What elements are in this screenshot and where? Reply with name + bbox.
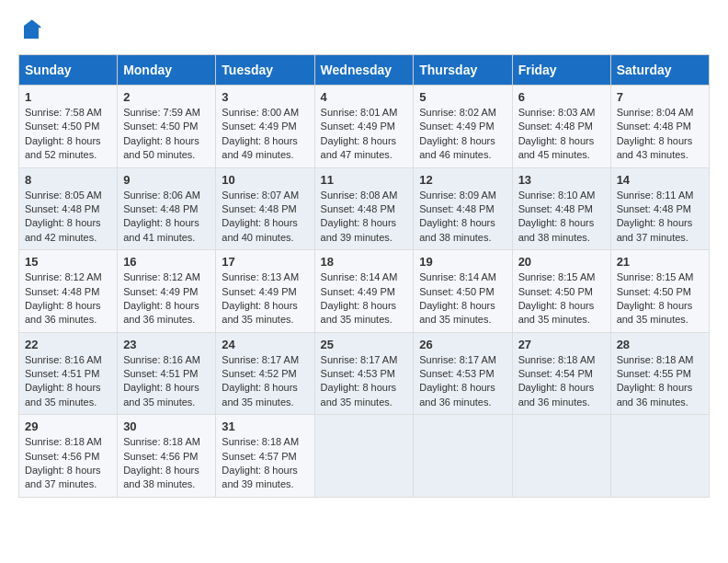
cell-content: Sunrise: 8:02 AMSunset: 4:49 PMDaylight:… bbox=[419, 107, 496, 160]
cell-content: Sunrise: 8:18 AMSunset: 4:56 PMDaylight:… bbox=[123, 436, 200, 489]
cell-content: Sunrise: 8:12 AMSunset: 4:48 PMDaylight:… bbox=[25, 271, 102, 325]
column-header-sunday: Sunday bbox=[19, 55, 118, 86]
day-number: 1 bbox=[25, 90, 111, 104]
day-number: 8 bbox=[25, 173, 111, 187]
day-number: 22 bbox=[25, 338, 111, 351]
calendar-cell: 19 Sunrise: 8:14 AMSunset: 4:50 PMDaylig… bbox=[414, 250, 512, 333]
cell-content: Sunrise: 8:18 AMSunset: 4:54 PMDaylight:… bbox=[518, 354, 596, 408]
calendar-cell: 2 Sunrise: 7:59 AMSunset: 4:50 PMDayligh… bbox=[118, 86, 216, 168]
calendar-week-row: 22 Sunrise: 8:16 AMSunset: 4:51 PMDaylig… bbox=[19, 332, 710, 415]
calendar-cell bbox=[314, 415, 414, 498]
day-number: 11 bbox=[321, 173, 408, 187]
cell-content: Sunrise: 8:17 AMSunset: 4:53 PMDaylight:… bbox=[419, 354, 496, 408]
cell-content: Sunrise: 8:06 AMSunset: 4:48 PMDaylight:… bbox=[123, 190, 200, 243]
day-number: 16 bbox=[123, 255, 210, 269]
column-header-wednesday: Wednesday bbox=[314, 55, 414, 86]
day-number: 6 bbox=[518, 90, 605, 104]
day-number: 30 bbox=[123, 419, 210, 433]
column-header-friday: Friday bbox=[512, 55, 610, 86]
day-number: 4 bbox=[321, 90, 408, 104]
calendar-cell: 17 Sunrise: 8:13 AMSunset: 4:49 PMDaylig… bbox=[216, 250, 314, 333]
day-number: 7 bbox=[617, 90, 703, 104]
calendar-cell: 18 Sunrise: 8:14 AMSunset: 4:49 PMDaylig… bbox=[314, 250, 414, 333]
cell-content: Sunrise: 8:03 AMSunset: 4:48 PMDaylight:… bbox=[518, 107, 596, 160]
column-header-monday: Monday bbox=[118, 55, 216, 86]
calendar-cell: 3 Sunrise: 8:00 AMSunset: 4:49 PMDayligh… bbox=[216, 86, 314, 168]
calendar-cell: 6 Sunrise: 8:03 AMSunset: 4:48 PMDayligh… bbox=[512, 86, 610, 168]
cell-content: Sunrise: 8:12 AMSunset: 4:49 PMDaylight:… bbox=[123, 271, 200, 325]
calendar-cell: 8 Sunrise: 8:05 AMSunset: 4:48 PMDayligh… bbox=[19, 167, 118, 250]
day-number: 15 bbox=[25, 255, 111, 269]
calendar-cell: 31 Sunrise: 8:18 AMSunset: 4:57 PMDaylig… bbox=[216, 415, 314, 498]
day-number: 27 bbox=[518, 338, 605, 351]
day-number: 9 bbox=[123, 173, 210, 187]
cell-content: Sunrise: 8:15 AMSunset: 4:50 PMDaylight:… bbox=[518, 271, 596, 325]
calendar-cell: 23 Sunrise: 8:16 AMSunset: 4:51 PMDaylig… bbox=[118, 332, 216, 415]
day-number: 13 bbox=[518, 173, 605, 187]
day-number: 26 bbox=[419, 338, 506, 351]
calendar-week-row: 8 Sunrise: 8:05 AMSunset: 4:48 PMDayligh… bbox=[19, 167, 710, 250]
calendar-header-row: SundayMondayTuesdayWednesdayThursdayFrid… bbox=[19, 55, 710, 86]
cell-content: Sunrise: 8:05 AMSunset: 4:48 PMDaylight:… bbox=[25, 190, 102, 243]
cell-content: Sunrise: 8:18 AMSunset: 4:55 PMDaylight:… bbox=[617, 354, 694, 408]
calendar-cell: 11 Sunrise: 8:08 AMSunset: 4:48 PMDaylig… bbox=[314, 167, 414, 250]
calendar-cell: 20 Sunrise: 8:15 AMSunset: 4:50 PMDaylig… bbox=[512, 250, 610, 333]
calendar-cell: 13 Sunrise: 8:10 AMSunset: 4:48 PMDaylig… bbox=[512, 167, 610, 250]
day-number: 24 bbox=[222, 338, 308, 351]
calendar-cell: 26 Sunrise: 8:17 AMSunset: 4:53 PMDaylig… bbox=[414, 332, 512, 415]
day-number: 25 bbox=[321, 338, 408, 351]
calendar-cell: 27 Sunrise: 8:18 AMSunset: 4:54 PMDaylig… bbox=[512, 332, 610, 415]
calendar-week-row: 15 Sunrise: 8:12 AMSunset: 4:48 PMDaylig… bbox=[19, 250, 710, 333]
cell-content: Sunrise: 7:59 AMSunset: 4:50 PMDaylight:… bbox=[123, 107, 200, 160]
day-number: 21 bbox=[617, 255, 703, 269]
page-header bbox=[18, 18, 710, 45]
day-number: 31 bbox=[222, 419, 308, 433]
day-number: 5 bbox=[419, 90, 506, 104]
logo bbox=[18, 18, 42, 45]
calendar-cell: 7 Sunrise: 8:04 AMSunset: 4:48 PMDayligh… bbox=[610, 86, 709, 168]
calendar-cell: 14 Sunrise: 8:11 AMSunset: 4:48 PMDaylig… bbox=[610, 167, 709, 250]
calendar-cell: 28 Sunrise: 8:18 AMSunset: 4:55 PMDaylig… bbox=[610, 332, 709, 415]
calendar-cell: 22 Sunrise: 8:16 AMSunset: 4:51 PMDaylig… bbox=[19, 332, 118, 415]
calendar-cell: 16 Sunrise: 8:12 AMSunset: 4:49 PMDaylig… bbox=[118, 250, 216, 333]
cell-content: Sunrise: 8:04 AMSunset: 4:48 PMDaylight:… bbox=[617, 107, 694, 160]
day-number: 20 bbox=[518, 255, 605, 269]
day-number: 17 bbox=[222, 255, 308, 269]
cell-content: Sunrise: 8:01 AMSunset: 4:49 PMDaylight:… bbox=[321, 107, 398, 160]
cell-content: Sunrise: 8:10 AMSunset: 4:48 PMDaylight:… bbox=[518, 190, 596, 243]
cell-content: Sunrise: 8:11 AMSunset: 4:48 PMDaylight:… bbox=[617, 190, 694, 243]
calendar-cell: 15 Sunrise: 8:12 AMSunset: 4:48 PMDaylig… bbox=[19, 250, 118, 333]
day-number: 19 bbox=[419, 255, 506, 269]
calendar-cell: 9 Sunrise: 8:06 AMSunset: 4:48 PMDayligh… bbox=[118, 167, 216, 250]
day-number: 18 bbox=[321, 255, 408, 269]
day-number: 29 bbox=[25, 419, 111, 433]
calendar-cell: 21 Sunrise: 8:15 AMSunset: 4:50 PMDaylig… bbox=[610, 250, 709, 333]
cell-content: Sunrise: 8:16 AMSunset: 4:51 PMDaylight:… bbox=[123, 354, 200, 408]
cell-content: Sunrise: 8:18 AMSunset: 4:57 PMDaylight:… bbox=[222, 436, 299, 489]
calendar-cell: 25 Sunrise: 8:17 AMSunset: 4:53 PMDaylig… bbox=[314, 332, 414, 415]
day-number: 23 bbox=[123, 338, 210, 351]
cell-content: Sunrise: 8:17 AMSunset: 4:53 PMDaylight:… bbox=[321, 354, 398, 408]
day-number: 28 bbox=[617, 338, 703, 351]
cell-content: Sunrise: 8:17 AMSunset: 4:52 PMDaylight:… bbox=[222, 354, 299, 408]
calendar-cell bbox=[512, 415, 610, 498]
cell-content: Sunrise: 8:14 AMSunset: 4:50 PMDaylight:… bbox=[419, 271, 496, 325]
calendar-cell: 5 Sunrise: 8:02 AMSunset: 4:49 PMDayligh… bbox=[414, 86, 512, 168]
cell-content: Sunrise: 8:14 AMSunset: 4:49 PMDaylight:… bbox=[321, 271, 398, 325]
cell-content: Sunrise: 8:13 AMSunset: 4:49 PMDaylight:… bbox=[222, 271, 299, 325]
day-number: 3 bbox=[222, 90, 308, 104]
cell-content: Sunrise: 8:16 AMSunset: 4:51 PMDaylight:… bbox=[25, 354, 102, 408]
cell-content: Sunrise: 8:09 AMSunset: 4:48 PMDaylight:… bbox=[419, 190, 496, 243]
calendar-cell: 1 Sunrise: 7:58 AMSunset: 4:50 PMDayligh… bbox=[19, 86, 118, 168]
cell-content: Sunrise: 8:07 AMSunset: 4:48 PMDaylight:… bbox=[222, 190, 299, 243]
column-header-tuesday: Tuesday bbox=[216, 55, 314, 86]
day-number: 12 bbox=[419, 173, 506, 187]
column-header-saturday: Saturday bbox=[610, 55, 709, 86]
calendar-week-row: 1 Sunrise: 7:58 AMSunset: 4:50 PMDayligh… bbox=[19, 86, 710, 168]
calendar-cell: 24 Sunrise: 8:17 AMSunset: 4:52 PMDaylig… bbox=[216, 332, 314, 415]
calendar-cell: 29 Sunrise: 8:18 AMSunset: 4:56 PMDaylig… bbox=[19, 415, 118, 498]
day-number: 2 bbox=[123, 90, 210, 104]
day-number: 14 bbox=[617, 173, 703, 187]
calendar-table: SundayMondayTuesdayWednesdayThursdayFrid… bbox=[18, 54, 710, 498]
cell-content: Sunrise: 8:18 AMSunset: 4:56 PMDaylight:… bbox=[25, 436, 102, 489]
